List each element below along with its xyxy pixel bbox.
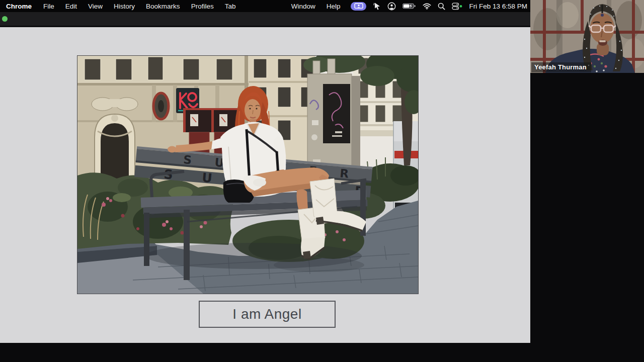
- slide-photo: SUTTER SUTTER: [77, 55, 419, 294]
- spotlight-search-icon[interactable]: [438, 3, 445, 10]
- menu-bookmarks[interactable]: Bookmarks: [140, 3, 186, 10]
- slide-caption-text: I am Angel: [232, 306, 301, 322]
- menu-help[interactable]: Help: [321, 3, 346, 10]
- battery-charging-icon[interactable]: [403, 3, 416, 9]
- slide-caption-box: I am Angel: [199, 301, 336, 328]
- menu-bar-clock[interactable]: Fri Feb 13 6:58 PM: [469, 3, 528, 10]
- menu-window[interactable]: Window: [286, 3, 321, 10]
- menu-view[interactable]: View: [83, 3, 108, 10]
- participant-video-tile[interactable]: Yeefah Thurman: [530, 0, 644, 73]
- window-control-green[interactable]: [2, 16, 8, 22]
- status-icons: [351, 2, 462, 11]
- shared-screen-slide: SUTTER SUTTER: [0, 27, 530, 343]
- menu-edit[interactable]: Edit: [60, 3, 83, 10]
- browser-window-titlebar: [0, 12, 530, 27]
- user-switch-icon[interactable]: [452, 3, 462, 10]
- menu-tab[interactable]: Tab: [219, 3, 242, 10]
- menu-file[interactable]: File: [38, 3, 60, 10]
- participant-name-tag: Yeefah Thurman: [531, 62, 591, 72]
- wifi-icon[interactable]: [423, 3, 431, 10]
- menu-history[interactable]: History: [108, 3, 140, 10]
- screen-mirroring-icon[interactable]: [351, 2, 366, 11]
- menu-app-chrome[interactable]: Chrome: [5, 3, 38, 10]
- menu-profiles[interactable]: Profiles: [186, 3, 219, 10]
- participant-name: Yeefah Thurman: [534, 63, 587, 71]
- user-account-icon[interactable]: [387, 2, 396, 11]
- pointer-icon[interactable]: [373, 2, 381, 11]
- menu-bar: Chrome File Edit View History Bookmarks …: [0, 0, 530, 12]
